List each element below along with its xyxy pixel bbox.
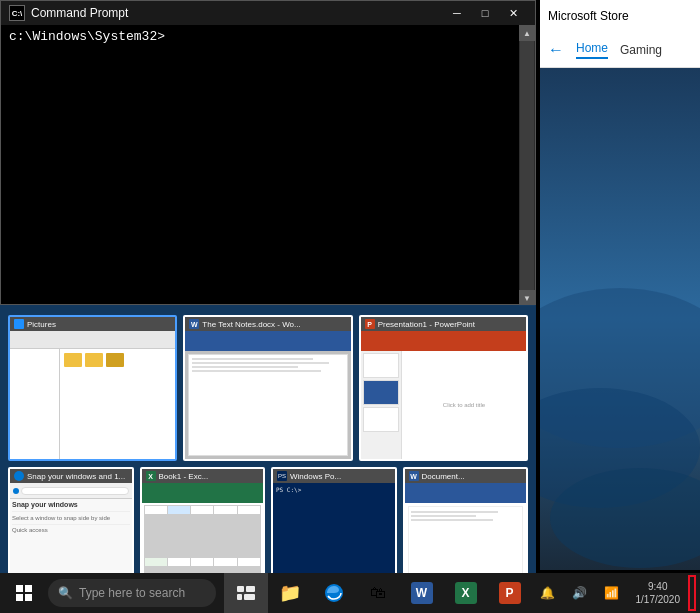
word-ribbon bbox=[185, 331, 350, 351]
task-thumb-powerpoint[interactable]: P Presentation1 - PowerPoint Click to ad… bbox=[359, 315, 528, 461]
word2-ribbon bbox=[405, 483, 527, 503]
ppt-app-icon: P bbox=[499, 582, 521, 604]
store-gaming-nav[interactable]: Gaming bbox=[620, 43, 662, 57]
store-nav: ← Home Gaming bbox=[540, 32, 700, 68]
ppt-placeholder-text: Click to add title bbox=[443, 402, 485, 408]
fe-toolbar bbox=[10, 331, 175, 349]
fe-content bbox=[10, 331, 175, 459]
word-content bbox=[185, 331, 350, 459]
folder-icon-3 bbox=[106, 353, 124, 367]
store-back-button[interactable]: ← bbox=[548, 41, 564, 59]
excel-taskbar[interactable]: X bbox=[444, 573, 488, 613]
edge-taskbar[interactable] bbox=[312, 573, 356, 613]
taskview-overlay: Pictures W The Text Notes.docx - Wo... bbox=[0, 305, 536, 613]
close-button[interactable]: ✕ bbox=[499, 1, 527, 25]
task-thumb-title-word2: W Document... bbox=[405, 469, 527, 483]
volume-icon[interactable]: 🔊 bbox=[564, 573, 596, 613]
taskview-button[interactable] bbox=[224, 573, 268, 613]
task-thumb-pictures[interactable]: Pictures bbox=[8, 315, 177, 461]
word-taskbar[interactable]: W bbox=[400, 573, 444, 613]
cell-3 bbox=[191, 506, 213, 514]
maximize-button[interactable]: □ bbox=[471, 1, 499, 25]
scroll-down-arrow[interactable]: ▼ bbox=[519, 290, 535, 306]
svg-rect-4 bbox=[237, 586, 244, 592]
word2-line-3 bbox=[411, 519, 493, 521]
win-sq-4 bbox=[25, 594, 32, 601]
store-content bbox=[540, 68, 700, 570]
taskbar-icons: 📁 🛍 W X P bbox=[224, 573, 532, 613]
window-controls: ─ □ ✕ bbox=[443, 1, 527, 25]
store-title: Microsoft Store bbox=[548, 9, 629, 23]
ppt-slides-panel bbox=[361, 351, 402, 459]
ppt-main-slide: Click to add title bbox=[402, 351, 526, 459]
cell-2 bbox=[168, 506, 190, 514]
ppt-icon: P bbox=[365, 319, 375, 329]
ppt-content: Click to add title bbox=[361, 331, 526, 459]
scroll-up-arrow[interactable]: ▲ bbox=[519, 25, 535, 41]
clock-date: 1/17/2020 bbox=[636, 593, 681, 606]
cell-6 bbox=[145, 558, 167, 566]
taskview-icon bbox=[234, 581, 258, 605]
network-icon[interactable]: 📶 bbox=[596, 573, 628, 613]
cmd-titlebar: C:\ Command Prompt ─ □ ✕ bbox=[1, 1, 535, 25]
ppt-taskbar[interactable]: P bbox=[488, 573, 532, 613]
ppt-body: Click to add title bbox=[361, 351, 526, 459]
word2-icon: W bbox=[409, 471, 419, 481]
edge-address-bar bbox=[21, 487, 129, 495]
show-desktop-area bbox=[688, 573, 696, 613]
cmd-prompt: c:\Windows\System32> bbox=[9, 29, 165, 44]
excel-icon: X bbox=[146, 471, 156, 481]
taskbar-search[interactable]: 🔍 Type here to search bbox=[48, 579, 216, 607]
svg-rect-6 bbox=[237, 594, 242, 600]
ps-icon: PS bbox=[277, 471, 287, 481]
search-icon: 🔍 bbox=[58, 586, 73, 600]
cell-1 bbox=[145, 506, 167, 514]
windows-logo bbox=[16, 585, 32, 601]
task-thumb-title-word: W The Text Notes.docx - Wo... bbox=[185, 317, 350, 331]
search-placeholder: Type here to search bbox=[79, 586, 185, 600]
minimize-button[interactable]: ─ bbox=[443, 1, 471, 25]
win-sq-3 bbox=[16, 594, 23, 601]
store-background-image bbox=[540, 68, 700, 570]
start-button[interactable] bbox=[0, 573, 48, 613]
cell-10 bbox=[238, 558, 260, 566]
taskview-svg bbox=[237, 586, 255, 600]
task-thumb-title-excel: X Book1 - Exc... bbox=[142, 469, 264, 483]
task-thumb-title-pictures: Pictures bbox=[10, 317, 175, 331]
task-thumb-word[interactable]: W The Text Notes.docx - Wo... bbox=[183, 315, 352, 461]
fe-main bbox=[60, 349, 176, 459]
store-taskbar[interactable]: 🛍 bbox=[356, 573, 400, 613]
notification-icon[interactable]: 🔔 bbox=[532, 573, 564, 613]
taskview-row-1: Pictures W The Text Notes.docx - Wo... bbox=[8, 315, 528, 461]
cmd-title: Command Prompt bbox=[31, 6, 443, 20]
scrollbar-track[interactable] bbox=[520, 41, 534, 290]
edge-browser-icon bbox=[322, 581, 346, 605]
cmd-window: C:\ Command Prompt ─ □ ✕ c:\Windows\Syst… bbox=[0, 0, 536, 305]
ppt-ribbon bbox=[361, 331, 526, 351]
taskbar-right: 🔔 🔊 📶 9:40 1/17/2020 bbox=[532, 573, 701, 613]
store-panel: Microsoft Store ← Home Gaming bbox=[540, 0, 700, 570]
file-explorer-taskbar[interactable]: 📁 bbox=[268, 573, 312, 613]
win-sq-2 bbox=[25, 585, 32, 592]
cmd-scrollbar[interactable]: ▲ ▼ bbox=[519, 25, 535, 306]
excel-ribbon bbox=[142, 483, 264, 503]
cmd-body[interactable]: c:\Windows\System32> bbox=[1, 25, 535, 304]
taskbar: 🔍 Type here to search 📁 bbox=[0, 573, 700, 613]
fe-body bbox=[10, 349, 175, 459]
ppt-slide-thumb-3 bbox=[363, 407, 399, 432]
fe-sidebar bbox=[10, 349, 60, 459]
file-explorer-icon: 📁 bbox=[278, 581, 302, 605]
taskbar-clock[interactable]: 9:40 1/17/2020 bbox=[628, 580, 689, 606]
ps-line-1: PS C:\> bbox=[276, 486, 392, 493]
show-desktop-button[interactable] bbox=[688, 575, 696, 611]
store-icon: 🛍 bbox=[366, 581, 390, 605]
svg-rect-7 bbox=[244, 594, 255, 600]
word-body bbox=[188, 354, 347, 456]
word2-line-1 bbox=[411, 511, 499, 513]
folder-icon-1 bbox=[64, 353, 82, 367]
task-thumb-title-ppt: P Presentation1 - PowerPoint bbox=[361, 317, 526, 331]
store-home-nav[interactable]: Home bbox=[576, 41, 608, 59]
fe-icon bbox=[14, 319, 24, 329]
store-titlebar: Microsoft Store bbox=[540, 0, 700, 32]
cmd-app-icon: C:\ bbox=[9, 5, 25, 21]
